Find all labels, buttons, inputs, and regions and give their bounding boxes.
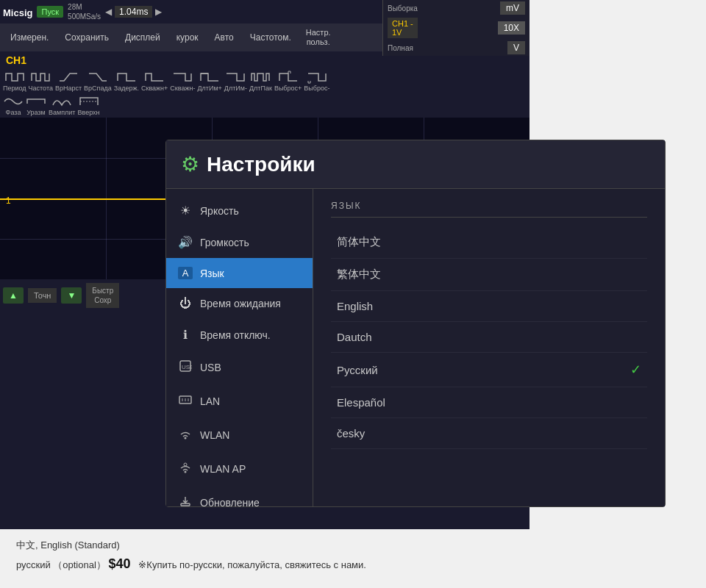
right-panel: Выборка mV CH1 - 1V 10X Полная V bbox=[382, 0, 530, 56]
arrow-left-icon[interactable]: ◀ bbox=[105, 7, 112, 17]
wave-btn-vrspada[interactable]: ВрСпада bbox=[84, 71, 112, 92]
wave-label-skwajnp: Скважн+ bbox=[141, 85, 168, 92]
lang-item-english[interactable]: English bbox=[331, 291, 647, 322]
wave-btn-vybrosm[interactable]: Выброс- bbox=[304, 71, 329, 92]
menu-avto[interactable]: Авто bbox=[207, 29, 241, 46]
urazm-icon bbox=[26, 95, 46, 108]
ten-x-button[interactable]: 10X bbox=[498, 21, 525, 35]
lang-item-cesky[interactable]: česky bbox=[331, 418, 647, 449]
overshoot-m-icon bbox=[307, 71, 327, 84]
wave-label-skwajnm: Скважн- bbox=[170, 85, 195, 92]
wave-label-vybrosp: Выброс+ bbox=[274, 85, 302, 92]
overshoot-p-icon bbox=[278, 71, 299, 84]
svg-point-10 bbox=[184, 463, 187, 466]
wave-btn-vamplit[interactable]: Вамплит bbox=[49, 95, 75, 116]
channel1-marker: 1 bbox=[6, 196, 11, 206]
timebase-info: ◀ 1.04ms ▶ bbox=[105, 6, 162, 18]
svg-point-8 bbox=[185, 437, 187, 440]
top-bar: Micsig Пуск 28M 500MSa/s ◀ 1.04ms ▶ ⬆ 2.… bbox=[0, 0, 530, 24]
wave-btn-vybrosp[interactable]: Выброс+ bbox=[274, 71, 302, 92]
lang-item-russian[interactable]: Русский ✓ bbox=[331, 353, 647, 387]
lang-label-zh-trad: 繁体中文 bbox=[337, 268, 381, 282]
sample-info: 28M 500MSa/s bbox=[68, 2, 101, 21]
v-button[interactable]: V bbox=[507, 41, 525, 54]
wave-label-dltImm: ДлтИм- bbox=[224, 85, 247, 92]
down-button[interactable]: ▼ bbox=[61, 287, 82, 304]
vamplit-icon bbox=[51, 95, 72, 108]
wave-btn-zaderj[interactable]: Задерж. bbox=[114, 71, 139, 92]
lang-item-espanol[interactable]: Elespañol bbox=[331, 387, 647, 418]
wave-btn-dltImm[interactable]: ДлтИм- bbox=[224, 71, 247, 92]
vyborka-label: Выборка bbox=[388, 4, 418, 12]
sidebar-item-lan[interactable]: LAN bbox=[166, 384, 313, 418]
bystro-button[interactable]: Быстр Сохр bbox=[86, 283, 119, 308]
lang-label-english: English bbox=[337, 300, 373, 312]
sidebar-item-yarkost[interactable]: ☀ Яркость bbox=[166, 195, 313, 226]
polnaya-label: Полная bbox=[388, 44, 413, 52]
menu-sohranit[interactable]: Сохранить bbox=[57, 29, 116, 46]
svg-point-9 bbox=[185, 471, 187, 473]
duty-m-icon bbox=[172, 71, 193, 84]
menu-chastotom[interactable]: Частотом. bbox=[243, 29, 299, 46]
menu-kursor[interactable]: курок bbox=[169, 29, 206, 46]
dlt-m-icon bbox=[225, 71, 246, 84]
lang-label-cesky: česky bbox=[337, 427, 365, 440]
sidebar-item-vremya-oj[interactable]: ⏻ Время ожидания bbox=[166, 288, 313, 319]
info-line1: 中文, English (Standard) bbox=[16, 539, 120, 551]
wave-label-vrnarst: ВрНарст bbox=[55, 85, 82, 92]
settings-body: ☀ Яркость 🔊 Громкость A Язык ⏻ Время ожи… bbox=[166, 189, 665, 506]
rise-wave-icon bbox=[58, 71, 79, 84]
info-price: $40 bbox=[108, 556, 130, 571]
mv-button[interactable]: mV bbox=[500, 1, 525, 15]
wave-btn-skwajnp[interactable]: Скважн+ bbox=[141, 71, 168, 92]
wave-buttons-row1: Период Частота ВрНарст ВрСпада Задерж. С… bbox=[0, 69, 530, 93]
toch-button[interactable]: Точн bbox=[28, 288, 57, 303]
sidebar-item-gromkost[interactable]: 🔊 Громкость bbox=[166, 226, 313, 258]
sidebar-item-obnovl[interactable]: Обновление bbox=[166, 486, 313, 506]
sidebar-item-usb[interactable]: USB USB bbox=[166, 351, 313, 384]
sidebar-label-wlan-ap: WLAN AP bbox=[200, 463, 246, 475]
wave-label-vamplit: Вамплит bbox=[49, 109, 75, 116]
wave-btn-vrnarst[interactable]: ВрНарст bbox=[55, 71, 82, 92]
sidebar-label-lan: LAN bbox=[200, 395, 220, 407]
menu-displei[interactable]: Дисплей bbox=[118, 29, 168, 46]
usb-icon: USB bbox=[178, 359, 193, 376]
wave-btn-period[interactable]: Период bbox=[3, 71, 26, 92]
bottom-info-text: 中文, English (Standard) русский （optional… bbox=[16, 538, 690, 575]
volume-icon: 🔊 bbox=[178, 235, 193, 249]
sidebar-item-wlan-ap[interactable]: WLAN AP bbox=[166, 452, 313, 486]
wave-label-vrspada: ВрСпада bbox=[84, 85, 112, 92]
sidebar-label-gromkost: Громкость bbox=[200, 237, 249, 248]
wave-label-period: Период bbox=[3, 85, 26, 92]
update-icon bbox=[178, 495, 193, 506]
sidebar-item-vremya-otk[interactable]: ℹ Время отключ. bbox=[166, 319, 313, 351]
wave-btn-faza[interactable]: Фаза bbox=[3, 95, 24, 116]
arrow-right-icon[interactable]: ▶ bbox=[155, 7, 162, 17]
sidebar-label-yarkost: Яркость bbox=[200, 205, 239, 217]
settings-sidebar: ☀ Яркость 🔊 Громкость A Язык ⏻ Время ожи… bbox=[166, 189, 313, 506]
up-button[interactable]: ▲ bbox=[3, 287, 24, 304]
wave-btn-urazm[interactable]: Уразм bbox=[26, 95, 46, 116]
sidebar-label-obnovl: Обновление bbox=[200, 497, 260, 506]
wave-btn-vverkhn[interactable]: Вверхн bbox=[77, 95, 99, 116]
wave-buttons-row2: Фаза Уразм Вамплит Вверхн bbox=[0, 93, 530, 118]
wave-btn-dltPak[interactable]: ДлтПак bbox=[249, 71, 272, 92]
freq-wave-icon bbox=[30, 71, 51, 84]
wave-label-zaderj: Задерж. bbox=[114, 85, 139, 92]
brightness-icon: ☀ bbox=[178, 204, 193, 218]
sidebar-label-usb: USB bbox=[200, 362, 221, 373]
lang-item-zh-trad[interactable]: 繁体中文 bbox=[331, 259, 647, 291]
wave-btn-dltImp[interactable]: ДлтИм+ bbox=[197, 71, 221, 92]
sidebar-item-wlan[interactable]: WLAN bbox=[166, 418, 313, 452]
menu-nastr[interactable]: Настр. польз. bbox=[300, 25, 337, 50]
sidebar-item-yazyk[interactable]: A Язык bbox=[166, 258, 313, 288]
lang-check-icon: ✓ bbox=[630, 362, 641, 378]
menu-izmeren[interactable]: Измерен. bbox=[3, 29, 56, 46]
wave-btn-skwajnm[interactable]: Скважн- bbox=[170, 71, 195, 92]
run-button[interactable]: Пуск bbox=[37, 6, 63, 18]
lang-item-zh-simple[interactable]: 简体中文 bbox=[331, 226, 647, 259]
wave-btn-chastota[interactable]: Частота bbox=[29, 71, 53, 92]
lang-item-deutsch[interactable]: Dautch bbox=[331, 322, 647, 353]
lang-label-deutsch: Dautch bbox=[337, 331, 372, 343]
info-icon: ℹ bbox=[178, 328, 193, 342]
